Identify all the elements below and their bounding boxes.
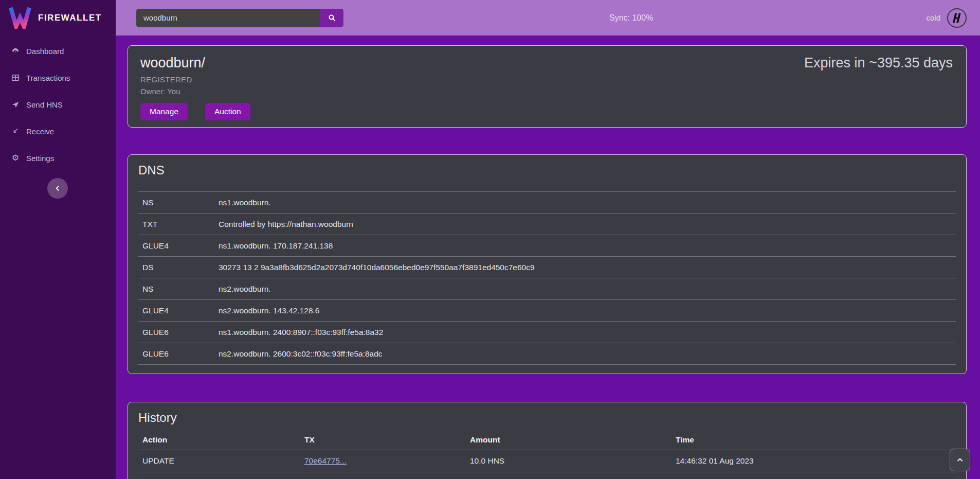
search-icon	[328, 13, 336, 22]
send-icon	[10, 99, 21, 110]
auction-button[interactable]: Auction	[205, 103, 250, 120]
table-row: DS 30273 13 2 9a3a8fb3d625d2a2073d740f10…	[138, 257, 956, 278]
dns-table: NS ns1.woodburn. TXT Controlled by https…	[138, 191, 956, 365]
sidebar-item-settings[interactable]: ⚙ Settings	[0, 150, 116, 166]
history-amount: 10.0 HNS	[466, 450, 672, 472]
chevron-left-icon	[53, 184, 62, 192]
dns-record-type: GLUE4	[138, 235, 214, 257]
history-table: Action TX Amount Time UPDATE 70e64775...…	[138, 430, 956, 479]
history-title: History	[138, 411, 956, 425]
search-button[interactable]	[320, 9, 343, 27]
sidebar-item-label: Transactions	[26, 74, 70, 82]
table-row: NS ns2.woodburn.	[138, 278, 956, 300]
tx-link[interactable]: 70e64775...	[304, 456, 347, 465]
scroll-to-top-button[interactable]	[950, 449, 970, 471]
table-row: GLUE6 ns2.woodburn. 2600:3c02::f03c:93ff…	[138, 343, 956, 365]
dns-record-type: TXT	[138, 214, 214, 235]
dns-record-type: GLUE4	[138, 300, 214, 322]
column-header-amount: Amount	[466, 430, 672, 450]
domain-owner: Owner: You	[140, 87, 954, 96]
history-time: 15:47:06 07 Feb 2023	[672, 472, 956, 479]
table-row: GLUE4 ns2.woodburn. 143.42.128.6	[138, 300, 956, 322]
domain-status: REGISTERED	[140, 75, 954, 84]
sidebar-nav: Dashboard Transactions Send HNS Receive	[0, 35, 116, 166]
table-row: NS ns1.woodburn.	[138, 192, 956, 214]
expiry-text: Expires in ~395.35 days	[804, 55, 953, 71]
dns-record-value: ns1.woodburn.	[214, 192, 956, 214]
history-time: 14:46:32 01 Aug 2023	[672, 450, 956, 472]
wallet-mode-label: cold	[926, 13, 940, 22]
history-card: History Action TX Amount Time UPDATE 70e…	[128, 402, 967, 479]
table-row: GLUE6 ns1.woodburn. 2400:8907::f03c:93ff…	[138, 322, 956, 343]
dns-record-type: DS	[138, 257, 214, 278]
domain-card: woodburn/ REGISTERED Owner: You Manage A…	[128, 45, 967, 128]
table-icon	[10, 73, 21, 83]
sidebar-item-label: Receive	[26, 127, 54, 136]
sidebar-item-label: Settings	[26, 154, 54, 163]
manage-button[interactable]: Manage	[140, 103, 188, 120]
gear-icon: ⚙	[10, 153, 21, 163]
column-header-tx: TX	[300, 430, 466, 450]
history-action: UPDATE	[138, 450, 300, 472]
topbar: Sync: 100% cold	[116, 0, 980, 36]
dns-record-type: GLUE6	[138, 322, 214, 343]
dns-record-value: ns2.woodburn. 2600:3c02::f03c:93ff:fe5a:…	[214, 343, 956, 365]
sync-status: Sync: 100%	[609, 0, 653, 36]
firewallet-w-logo-icon	[8, 7, 32, 29]
dns-record-type: NS	[138, 192, 214, 214]
app-logo: FIREWALLET	[0, 0, 116, 35]
dns-title: DNS	[138, 163, 956, 178]
table-row: UPDATE 70e64775... 10.0 HNS 14:46:32 01 …	[138, 450, 956, 472]
handshake-icon	[950, 11, 964, 25]
receive-arrow-icon	[10, 126, 21, 136]
dns-record-type: GLUE6	[138, 343, 214, 365]
chevron-up-icon	[956, 456, 964, 464]
dns-record-value: ns2.woodburn. 143.42.128.6	[214, 300, 956, 322]
sidebar-item-label: Dashboard	[26, 47, 64, 56]
table-row: TXT Controlled by https://nathan.woodbur…	[138, 214, 956, 235]
gauge-icon	[10, 46, 21, 56]
search-group	[136, 9, 343, 27]
dns-record-value: Controlled by https://nathan.woodburn	[214, 214, 956, 235]
domain-actions: Manage Auction	[140, 103, 954, 120]
dns-record-type: NS	[138, 278, 214, 300]
sidebar-item-receive[interactable]: Receive	[0, 123, 116, 139]
app-title: FIREWALLET	[38, 13, 102, 23]
sidebar-item-transactions[interactable]: Transactions	[0, 70, 116, 85]
history-action: RENEW	[138, 472, 300, 479]
table-row: RENEW d73a5c... 10.0 HNS 15:47:06 07 Feb…	[138, 472, 956, 479]
dns-card: DNS NS ns1.woodburn. TXT Controlled by h…	[128, 154, 967, 374]
dns-record-value: ns2.woodburn.	[214, 278, 956, 300]
dns-record-value: 30273 13 2 9a3a8fb3d625d2a2073d740f10da6…	[214, 257, 956, 278]
table-header-row: Action TX Amount Time	[138, 430, 956, 450]
sidebar-item-send-hns[interactable]: Send HNS	[0, 97, 116, 112]
dns-record-value: ns1.woodburn. 170.187.241.138	[214, 235, 956, 257]
sidebar-collapse-button[interactable]	[47, 178, 68, 199]
column-header-time: Time	[672, 430, 956, 450]
history-amount: 10.0 HNS	[466, 472, 672, 479]
wallet-account-button[interactable]	[947, 8, 967, 28]
sidebar-item-label: Send HNS	[26, 100, 63, 109]
table-row: GLUE4 ns1.woodburn. 170.187.241.138	[138, 235, 956, 257]
search-input[interactable]	[136, 9, 320, 27]
sidebar: FIREWALLET Dashboard Transactions Send H…	[0, 0, 116, 479]
app-window: FIREWALLET Dashboard Transactions Send H…	[0, 0, 980, 479]
dns-record-value: ns1.woodburn. 2400:8907::f03c:93ff:fe5a:…	[214, 322, 956, 343]
column-header-action: Action	[138, 430, 300, 450]
sidebar-item-dashboard[interactable]: Dashboard	[0, 43, 116, 59]
topbar-right: cold	[926, 8, 967, 28]
main-content: woodburn/ REGISTERED Owner: You Manage A…	[116, 36, 980, 479]
